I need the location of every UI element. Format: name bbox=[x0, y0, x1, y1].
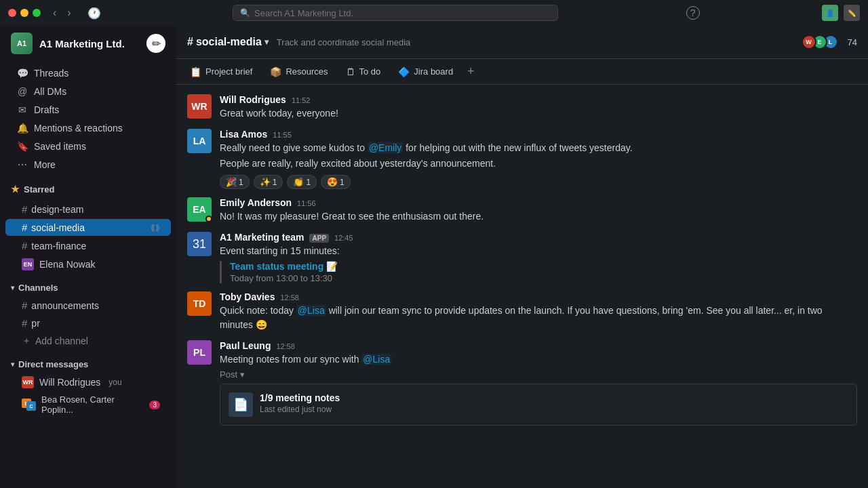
will-msg-text: Great work today, everyone! bbox=[220, 106, 857, 121]
channel-header: # social-media ▾ Track and coordinate so… bbox=[176, 26, 868, 59]
sidebar-item-alldms[interactable]: @ All DMs bbox=[5, 83, 171, 100]
bot-message-avatar: 31 bbox=[187, 232, 212, 256]
bot-message-content: A1 Marketing team APP 12:45 Event starti… bbox=[220, 232, 857, 283]
will-avatar: WR bbox=[22, 376, 34, 388]
back-button[interactable]: ‹ bbox=[49, 5, 60, 20]
threads-icon: 💬 bbox=[16, 68, 28, 79]
status-icon[interactable]: ✏️ bbox=[844, 5, 860, 21]
emily-mention[interactable]: @Emily bbox=[368, 142, 403, 153]
will-message-avatar: WR bbox=[187, 94, 212, 119]
bea-avatar-group: B C bbox=[22, 399, 36, 411]
carter-avatar: C bbox=[26, 401, 36, 411]
add-icon: ＋ bbox=[22, 335, 31, 347]
lisa-mention[interactable]: @Lisa bbox=[296, 305, 326, 316]
search-input[interactable] bbox=[254, 8, 551, 18]
tab-project-brief[interactable]: 📋 Project brief bbox=[182, 62, 260, 81]
app-tag: APP bbox=[309, 234, 329, 243]
emily-msg-time: 11:56 bbox=[297, 199, 316, 207]
channel-chevron-icon[interactable]: ▾ bbox=[264, 37, 269, 47]
workspace-header[interactable]: A1 A1 Marketing Ltd. ✏ bbox=[0, 26, 176, 61]
clap-count: 1 bbox=[306, 178, 311, 187]
reaction-clap[interactable]: 👏 1 bbox=[287, 175, 317, 189]
mentions-label: Mentions & reactions bbox=[34, 123, 123, 134]
emily-avatar-status: EA bbox=[187, 197, 212, 222]
dm-item-elena[interactable]: EN Elena Nowak bbox=[5, 256, 171, 273]
sidebar-item-more[interactable]: ⋯ More bbox=[5, 156, 171, 174]
dm-item-will[interactable]: WR Will Rodrigues you bbox=[5, 373, 171, 391]
tab-jira[interactable]: 🔷 Jira board bbox=[390, 62, 461, 81]
emily-status-dot bbox=[205, 216, 212, 222]
toby-msg-header: Toby Davies 12:58 bbox=[220, 291, 857, 302]
event-title[interactable]: Team status meeting 📝 bbox=[230, 261, 857, 272]
post-label: Post bbox=[220, 369, 237, 380]
channel-name-text: social-media bbox=[196, 36, 262, 48]
sidebar-item-saved[interactable]: 🔖 Saved items bbox=[5, 138, 171, 155]
close-button[interactable] bbox=[8, 9, 16, 17]
message-group-will: WR Will Rodrigues 11:52 Great work today… bbox=[187, 90, 857, 125]
alldms-icon: @ bbox=[16, 86, 28, 97]
history-button[interactable]: 🕐 bbox=[83, 5, 105, 21]
channel-item-design-team[interactable]: # design-team bbox=[5, 201, 171, 218]
post-block[interactable]: 📄 1/9 meeting notes Last edited just now bbox=[220, 384, 857, 426]
paul-message-content: Paul Leung 12:58 Meeting notes from our … bbox=[220, 340, 857, 426]
tab-resources[interactable]: 📦 Resources bbox=[262, 62, 336, 81]
compose-button[interactable]: ✏ bbox=[146, 34, 165, 53]
tada-emoji: 🎉 bbox=[226, 177, 237, 187]
channels-section-header[interactable]: ▾ Channels bbox=[0, 279, 176, 296]
reaction-heart-eyes[interactable]: 😍 1 bbox=[321, 175, 351, 189]
add-tab-button[interactable]: + bbox=[462, 64, 479, 80]
user-avatar[interactable]: 👤 bbox=[822, 5, 838, 21]
tab-todo[interactable]: 🗒 To do bbox=[338, 62, 389, 81]
lisa-message-content: Lisa Amos 11:55 Really need to give some… bbox=[220, 129, 857, 189]
drafts-icon: ✉ bbox=[16, 104, 28, 115]
add-channel-button[interactable]: ＋ Add channel bbox=[5, 332, 171, 350]
event-time: Today from 13:00 to 13:30 bbox=[230, 273, 857, 283]
dm-section: ▾ Direct messages WR Will Rodrigues you … bbox=[0, 356, 176, 418]
dm-item-bea[interactable]: B C Bea Rosen, Carter Poplin... 3 bbox=[5, 392, 171, 418]
bot-msg-text: Event starting in 15 minutes: bbox=[220, 244, 857, 258]
heart-eyes-emoji: 😍 bbox=[327, 177, 338, 187]
emily-msg-text: No! It was my pleasure! Great to see the… bbox=[220, 209, 857, 224]
lisa-mention-2[interactable]: @Lisa bbox=[361, 354, 391, 365]
maximize-button[interactable] bbox=[33, 9, 41, 17]
paul-msg-author: Paul Leung bbox=[220, 340, 271, 351]
more-icon: ⋯ bbox=[16, 159, 28, 170]
dms-section-header[interactable]: ▾ Direct messages bbox=[0, 356, 176, 373]
sidebar-item-mentions[interactable]: 🔔 Mentions & reactions bbox=[5, 119, 171, 137]
channel-hash-display: # bbox=[187, 36, 193, 48]
project-brief-icon: 📋 bbox=[190, 66, 201, 77]
header-right: W E L 74 bbox=[806, 35, 857, 49]
reaction-tada[interactable]: 🎉 1 bbox=[220, 175, 250, 189]
sidebar-item-drafts[interactable]: ✉ Drafts bbox=[5, 101, 171, 119]
workspace-logo: A1 bbox=[11, 33, 33, 54]
tada-count: 1 bbox=[239, 178, 243, 187]
you-badge: you bbox=[108, 378, 121, 387]
minimize-button[interactable] bbox=[20, 9, 28, 17]
search-bar[interactable]: 🔍 bbox=[233, 5, 558, 21]
reaction-sparkles[interactable]: ✨ 1 bbox=[254, 175, 283, 189]
starred-section-header[interactable]: ★ Starred bbox=[0, 180, 176, 199]
forward-button[interactable]: › bbox=[63, 5, 75, 20]
dms-arrow-icon: ▾ bbox=[11, 361, 14, 368]
threads-label: Threads bbox=[34, 68, 68, 79]
post-info: 1/9 meeting notes Last edited just now bbox=[260, 392, 848, 414]
channel-announcements-label: announcements bbox=[31, 300, 99, 311]
post-doc-icon: 📄 bbox=[229, 392, 253, 417]
lisa-msg-header: Lisa Amos 11:55 bbox=[220, 129, 857, 140]
channel-item-pr[interactable]: # pr bbox=[5, 314, 171, 331]
channel-item-social-media[interactable]: # social-media ⟪⟫ bbox=[5, 219, 171, 236]
channel-name-label: social-media bbox=[31, 222, 85, 233]
member-count[interactable]: 74 bbox=[848, 37, 857, 47]
sidebar-item-threads[interactable]: 💬 Threads bbox=[5, 64, 171, 82]
calendar-icon: 31 bbox=[193, 237, 206, 251]
event-block: Team status meeting 📝 Today from 13:00 t… bbox=[220, 261, 857, 283]
help-button[interactable]: ? bbox=[686, 6, 700, 20]
tab-jira-label: Jira board bbox=[414, 66, 453, 77]
channel-item-announcements[interactable]: # announcements bbox=[5, 297, 171, 314]
channel-item-team-finance[interactable]: # team-finance bbox=[5, 237, 171, 254]
will-msg-time: 11:52 bbox=[292, 96, 311, 104]
member-avatars[interactable]: W E L bbox=[806, 35, 838, 49]
emily-message-content: Emily Anderson 11:56 No! It was my pleas… bbox=[220, 197, 857, 224]
elena-label: Elena Nowak bbox=[39, 259, 96, 270]
post-dropdown[interactable]: Post ▾ bbox=[220, 369, 857, 380]
